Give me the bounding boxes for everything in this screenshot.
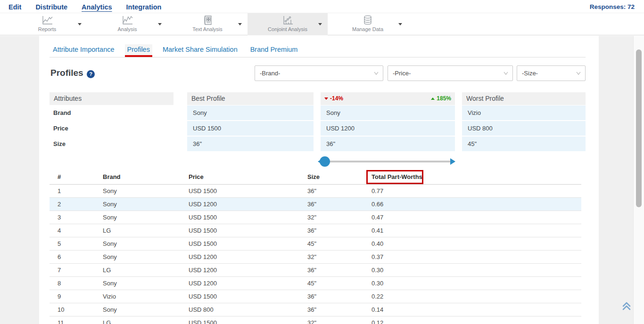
cell-num: 4: [58, 224, 61, 237]
cell-brand: Sony: [103, 211, 117, 224]
brand-dropdown[interactable]: -Brand-: [255, 65, 383, 81]
table-row[interactable]: 10SonyUSD 80036"0.14: [50, 303, 581, 316]
help-icon[interactable]: ?: [87, 70, 95, 78]
cell-size: 32": [307, 316, 316, 324]
cell-price: USD 1500: [189, 211, 217, 224]
table-row[interactable]: 3SonyUSD 150032"0.47: [50, 211, 581, 224]
cell-brand: LG: [103, 264, 111, 277]
toolbar-item-reports[interactable]: Reports: [7, 13, 87, 35]
cell-price: USD 1500: [189, 290, 217, 303]
tab-profiles[interactable]: Profiles: [125, 44, 152, 56]
cell-num: 5: [58, 237, 61, 251]
increase-value: 185%: [437, 92, 451, 105]
tab-brand-premium[interactable]: Brand Premium: [248, 44, 300, 56]
table-row[interactable]: 11LGUSD 150032"0.12: [50, 316, 581, 324]
cell-size: 32": [307, 211, 316, 224]
cell-total_part_worths: 0.47: [372, 211, 383, 224]
cell-total_part_worths: 0.66: [372, 198, 383, 211]
worst-profile-brand: Vizio: [462, 105, 586, 120]
cell-num: 3: [58, 211, 61, 224]
table-row[interactable]: 6SonyUSD 120032"0.37: [50, 251, 581, 264]
cell-price: USD 1500: [189, 185, 217, 198]
cell-num: 9: [58, 290, 61, 303]
table-row[interactable]: 1SonyUSD 150036"0.77: [50, 185, 581, 198]
cell-size: 36": [307, 264, 316, 277]
toolbar-item-label: Conjoint Analysis: [248, 26, 328, 32]
best-profile-price: USD 1500: [187, 121, 314, 136]
size-dropdown[interactable]: -Size-: [517, 65, 586, 81]
slider-next-arrow[interactable]: [450, 158, 455, 165]
cell-num: 11: [58, 316, 64, 324]
cell-total_part_worths: 0.37: [372, 251, 383, 264]
trend-chart-icon: [87, 15, 167, 25]
toolbar-item-analysis[interactable]: Analysis: [87, 13, 167, 35]
cell-size: 32": [307, 251, 316, 264]
table-row[interactable]: 9VizioUSD 150036"0.22: [50, 290, 581, 303]
cell-total_part_worths: 0.77: [372, 185, 383, 198]
conjoint-subtabs: Attribute Importance Profiles Market Sha…: [50, 44, 300, 56]
worst-profile-header: Worst Profile: [462, 92, 586, 105]
chevron-down-icon[interactable]: [238, 23, 242, 25]
cell-price: USD 1200: [189, 264, 217, 277]
toolbar-item-manage-data[interactable]: Manage Data: [328, 13, 408, 35]
price-dropdown[interactable]: -Price-: [388, 65, 513, 81]
chevron-down-icon: [374, 72, 379, 75]
price-dropdown-value: -Price-: [393, 70, 411, 77]
cell-total_part_worths: 0.41: [372, 224, 383, 237]
tab-profiles-label: Profiles: [127, 46, 150, 53]
toolbar-item-label: Analysis: [87, 26, 167, 32]
chevron-down-icon[interactable]: [318, 23, 322, 25]
profile-slider-track[interactable]: [325, 161, 451, 162]
cell-num: 1: [58, 185, 61, 198]
cell-price: USD 1200: [189, 198, 217, 211]
toolbar-item-label: Reports: [7, 26, 87, 32]
current-profile-brand: Sony: [321, 105, 455, 120]
col-header-brand: Brand: [103, 173, 121, 180]
current-profile-size: 36": [321, 137, 455, 151]
nav-analytics[interactable]: Analytics: [82, 3, 112, 11]
chevron-down-icon[interactable]: [398, 23, 402, 25]
cell-brand: LG: [103, 316, 111, 324]
toolbar-item-conjoint-analysis[interactable]: Conjoint Analysis: [248, 13, 328, 35]
document-grid-icon: [167, 15, 248, 25]
table-row[interactable]: 8SonyUSD 120045"0.30: [50, 277, 581, 290]
toolbar-item-label: Manage Data: [328, 26, 408, 32]
col-header-size: Size: [307, 173, 320, 180]
tab-divider: [50, 57, 586, 57]
toolbar-item-text-analysis[interactable]: Text Analysis: [167, 13, 248, 35]
tab-market-share-simulation[interactable]: Market Share Simulation: [160, 44, 240, 56]
triangle-up-icon: [431, 97, 435, 100]
table-row[interactable]: 4LGUSD 150036"0.41: [50, 224, 581, 237]
scroll-to-top-button[interactable]: [620, 300, 633, 312]
cell-brand: Sony: [103, 251, 117, 264]
cell-price: USD 1200: [189, 277, 217, 290]
nav-edit[interactable]: Edit: [8, 3, 21, 11]
scrollbar-thumb[interactable]: [636, 49, 642, 207]
col-header-price: Price: [189, 173, 204, 180]
tab-attribute-importance[interactable]: Attribute Importance: [50, 44, 117, 56]
cell-size: 36": [307, 303, 316, 316]
profile-slider-handle[interactable]: [320, 156, 330, 167]
cell-price: USD 1500: [189, 224, 217, 237]
nav-distribute[interactable]: Distribute: [35, 3, 67, 11]
cell-total_part_worths: 0.14: [372, 303, 383, 316]
chevron-down-icon[interactable]: [78, 23, 82, 25]
cell-num: 7: [58, 264, 61, 277]
table-row[interactable]: 7LGUSD 120036"0.30: [50, 264, 581, 277]
cell-num: 8: [58, 277, 61, 290]
table-row[interactable]: 5SonyUSD 150045"0.40: [50, 237, 581, 251]
cell-price: USD 1500: [189, 237, 217, 251]
worst-profile-price: USD 800: [462, 121, 586, 136]
responses-count[interactable]: Responses: 72: [590, 3, 635, 10]
chevron-down-icon[interactable]: [158, 23, 162, 25]
nav-integration[interactable]: Integration: [126, 3, 162, 11]
cell-num: 10: [58, 303, 64, 316]
table-row[interactable]: 2SonyUSD 120036"0.66: [50, 198, 581, 211]
cell-total_part_worths: 0.30: [372, 264, 383, 277]
attribute-label-price: Price: [53, 121, 68, 136]
col-header-num: #: [58, 173, 61, 180]
brand-dropdown-value: -Brand-: [260, 70, 280, 77]
cell-brand: Vizio: [103, 290, 116, 303]
cell-size: 45": [307, 277, 316, 290]
cell-total_part_worths: 0.40: [372, 237, 383, 251]
